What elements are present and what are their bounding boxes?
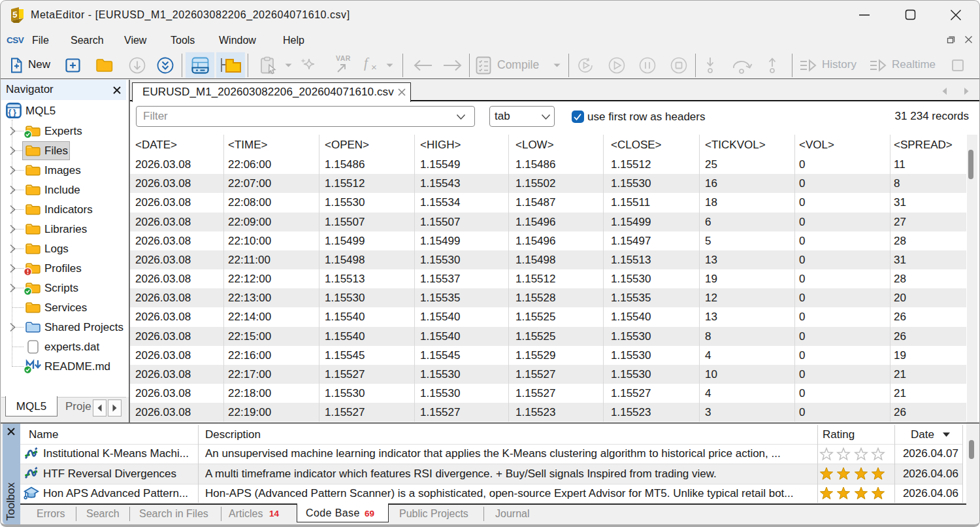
- svg-text:5: 5: [12, 9, 17, 20]
- svg-text:{ }: { }: [8, 108, 16, 117]
